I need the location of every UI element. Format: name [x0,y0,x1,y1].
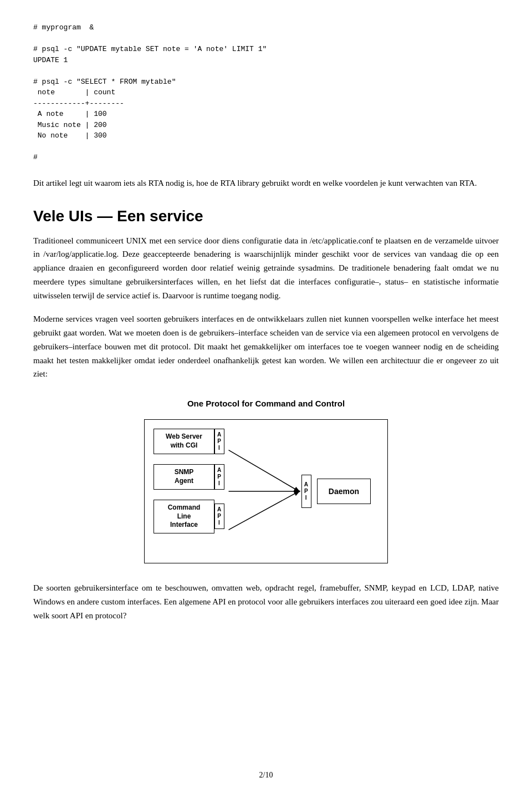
intro-paragraph: Dit artikel legt uit waarom iets als RTA… [33,176,499,190]
snmp-agent-api: API [214,464,224,490]
after-diagram-paragraph: De soorten gebruikersinterface om te bes… [33,581,499,622]
section-heading: Vele UIs — Een service [33,207,499,225]
code-block: # myprogram & # psql -c "UPDATE mytable … [33,22,499,163]
web-server-row: Web Serverwith CGI API [154,429,224,454]
paragraph-2: Moderne services vragen veel soorten geb… [33,312,499,381]
page-number: 2/10 [259,771,273,780]
daemon-api: API [301,475,311,508]
snmp-agent-box: SNMPAgent [154,464,214,489]
daemon-box: Daemon [317,479,371,504]
cmd-line-api: API [214,504,224,529]
svg-line-0 [229,450,299,491]
diagram-title: One Protocol for Command and Control [187,399,345,408]
cmd-line-box: CommandLineInterface [154,500,214,533]
web-server-box: Web Serverwith CGI [154,429,214,454]
diagram-container: One Protocol for Command and Control [33,399,499,563]
web-server-api: API [214,429,224,454]
snmp-agent-row: SNMPAgent API [154,464,224,490]
cmd-line-row: CommandLineInterface API [154,500,224,533]
paragraph-1: Traditioneel communiceert UNIX met een s… [33,234,499,303]
svg-line-2 [229,491,299,530]
page: # myprogram & # psql -c "UPDATE mytable … [0,0,532,793]
